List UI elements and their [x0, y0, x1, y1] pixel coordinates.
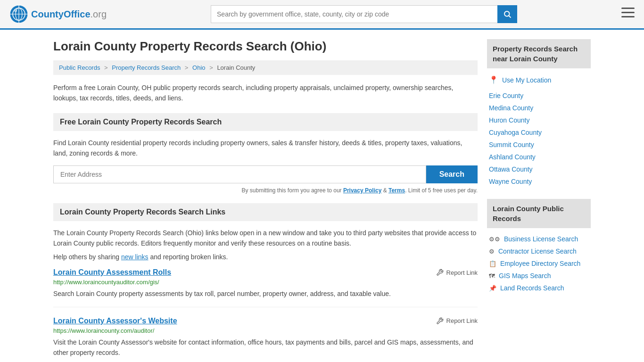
- link-item: Lorain County Assessment Rolls Report Li…: [53, 268, 478, 307]
- employee-directory-link[interactable]: Employee Directory Search: [500, 260, 580, 267]
- search-section-header: Free Lorain County Property Records Sear…: [53, 113, 478, 131]
- cuyahoga-county-link[interactable]: Cuyahoga County: [489, 129, 542, 136]
- address-form: Search: [53, 165, 478, 183]
- wrench-icon: [436, 269, 444, 276]
- link-item-header: Lorain County Assessor's Website Report …: [53, 317, 478, 325]
- search-description: Find Lorain County residential property …: [53, 138, 478, 159]
- logo-icon: [9, 5, 28, 24]
- links-section: Lorain County Property Records Search Li…: [53, 203, 478, 362]
- svg-point-5: [14, 9, 17, 12]
- disclaimer-ampersand: &: [381, 187, 388, 194]
- contractor-license-link[interactable]: Contractor License Search: [498, 247, 577, 255]
- breadcrumb-sep-3: >: [209, 64, 213, 71]
- svg-line-7: [509, 16, 511, 17]
- public-records-section: Lorain County Public Records ⚙⚙ Business…: [487, 199, 591, 294]
- sidebar-item-employee-directory[interactable]: 📋 Employee Directory Search: [487, 257, 591, 270]
- header-search-container: [211, 5, 517, 23]
- report-link-button[interactable]: Report Link: [436, 317, 478, 325]
- report-link-label: Report Link: [446, 269, 478, 276]
- sidebar-item-medina-county[interactable]: Medina County: [487, 102, 591, 114]
- map-icon: 🗺: [489, 272, 495, 280]
- breadcrumb-sep-2: >: [185, 64, 189, 71]
- disclaimer-end: . Limit of 5 free uses per day.: [405, 187, 478, 194]
- site-header: CountyOffice.org: [0, 0, 644, 30]
- report-link-label: Report Link: [446, 317, 478, 324]
- sidebar-item-summit-county[interactable]: Summit County: [487, 139, 591, 151]
- terms-link[interactable]: Terms: [388, 187, 405, 194]
- sidebar-item-wayne-county[interactable]: Wayne County: [487, 175, 591, 188]
- page-title: Lorain County Property Records Search (O…: [53, 39, 478, 54]
- huron-county-link[interactable]: Huron County: [489, 116, 529, 124]
- sidebar-item-huron-county[interactable]: Huron County: [487, 114, 591, 126]
- header-search-input[interactable]: [211, 5, 497, 23]
- sidebar-item-gis-maps[interactable]: 🗺 GIS Maps Search: [487, 270, 591, 282]
- sidebar-item-contractor-license[interactable]: ⚙ Contractor License Search: [487, 245, 591, 257]
- ashland-county-link[interactable]: Ashland County: [489, 153, 536, 161]
- main-container: Lorain County Property Records Search (O…: [44, 30, 600, 362]
- breadcrumb-ohio[interactable]: Ohio: [192, 64, 205, 71]
- page-description: Perform a free Lorain County, OH public …: [53, 82, 478, 104]
- disclaimer-text: By submitting this form you agree to our: [242, 187, 343, 194]
- breadcrumb-property-records-search[interactable]: Property Records Search: [112, 64, 181, 71]
- land-records-link[interactable]: Land Records Search: [500, 284, 564, 292]
- help-text: Help others by sharing new links and rep…: [53, 253, 478, 261]
- link-item-description: Visit the Lorain County Assessor's websi…: [53, 337, 478, 358]
- sidebar-item-cuyahoga-county[interactable]: Cuyahoga County: [487, 126, 591, 139]
- breadcrumb-sep-1: >: [104, 64, 108, 71]
- breadcrumb-public-records[interactable]: Public Records: [59, 64, 100, 71]
- svg-rect-10: [621, 16, 635, 17]
- sidebar-item-ottawa-county[interactable]: Ottawa County: [487, 163, 591, 175]
- link-item-header: Lorain County Assessment Rolls Report Li…: [53, 268, 478, 277]
- sidebar-item-land-records[interactable]: 📌 Land Records Search: [487, 282, 591, 294]
- wayne-county-link[interactable]: Wayne County: [489, 178, 532, 185]
- use-location-label: Use My Location: [502, 76, 551, 84]
- link-item-url: http://www.loraincountyauditor.com/gis/: [53, 279, 478, 286]
- list-icon: 📋: [489, 260, 496, 267]
- search-section: Free Lorain County Property Records Sear…: [53, 113, 478, 194]
- search-button[interactable]: Search: [426, 165, 478, 183]
- breadcrumb-lorain-county: Lorain County: [217, 64, 255, 71]
- breadcrumb: Public Records > Property Records Search…: [53, 60, 478, 75]
- erie-county-link[interactable]: Erie County: [489, 92, 523, 99]
- link-item-description: Search Lorain County property assessment…: [53, 288, 478, 299]
- sidebar-item-erie-county[interactable]: Erie County: [487, 90, 591, 102]
- wrench-icon: [436, 317, 444, 325]
- svg-point-6: [504, 11, 510, 16]
- gear-double-icon: ⚙⚙: [489, 236, 500, 243]
- help-text-end: and reporting broken links.: [149, 253, 228, 261]
- svg-rect-9: [621, 12, 635, 13]
- links-section-header: Lorain County Property Records Search Li…: [53, 203, 478, 221]
- sidebar-item-ashland-county[interactable]: Ashland County: [487, 151, 591, 163]
- location-pin-icon: 📍: [489, 75, 498, 84]
- logo-text: CountyOffice.org: [31, 9, 107, 20]
- nearby-section: Property Records Search near Lorain Coun…: [487, 39, 591, 188]
- summit-county-link[interactable]: Summit County: [489, 141, 534, 148]
- help-text-start: Help others by sharing: [53, 253, 121, 261]
- privacy-policy-link[interactable]: Privacy Policy: [343, 187, 381, 194]
- pin-icon: 📌: [489, 285, 496, 292]
- header-search-button[interactable]: [497, 5, 517, 23]
- use-my-location[interactable]: 📍 Use My Location: [487, 73, 591, 87]
- hamburger-menu-icon[interactable]: [621, 8, 635, 21]
- report-link-button[interactable]: Report Link: [436, 269, 478, 276]
- gis-maps-link[interactable]: GIS Maps Search: [499, 272, 551, 280]
- link-item-title[interactable]: Lorain County Assessor's Website: [53, 317, 177, 325]
- search-icon: [503, 10, 512, 18]
- sidebar-item-business-license[interactable]: ⚙⚙ Business License Search: [487, 233, 591, 245]
- public-records-header: Lorain County Public Records: [487, 199, 591, 228]
- logo[interactable]: CountyOffice.org: [9, 5, 107, 24]
- sidebar: Property Records Search near Lorain Coun…: [487, 39, 591, 362]
- address-input[interactable]: [53, 165, 426, 183]
- medina-county-link[interactable]: Medina County: [489, 104, 533, 112]
- gear-icon: ⚙: [489, 248, 495, 255]
- svg-rect-8: [621, 8, 635, 9]
- link-item: Lorain County Assessor's Website Report …: [53, 317, 478, 362]
- links-description: The Lorain County Property Records Searc…: [53, 228, 478, 249]
- business-license-link[interactable]: Business License Search: [504, 235, 578, 243]
- form-disclaimer: By submitting this form you agree to our…: [53, 187, 478, 194]
- content-area: Lorain County Property Records Search (O…: [53, 39, 478, 362]
- ottawa-county-link[interactable]: Ottawa County: [489, 165, 533, 173]
- link-item-title[interactable]: Lorain County Assessment Rolls: [53, 268, 171, 277]
- new-links-link[interactable]: new links: [121, 253, 149, 261]
- nearby-section-header: Property Records Search near Lorain Coun…: [487, 39, 591, 68]
